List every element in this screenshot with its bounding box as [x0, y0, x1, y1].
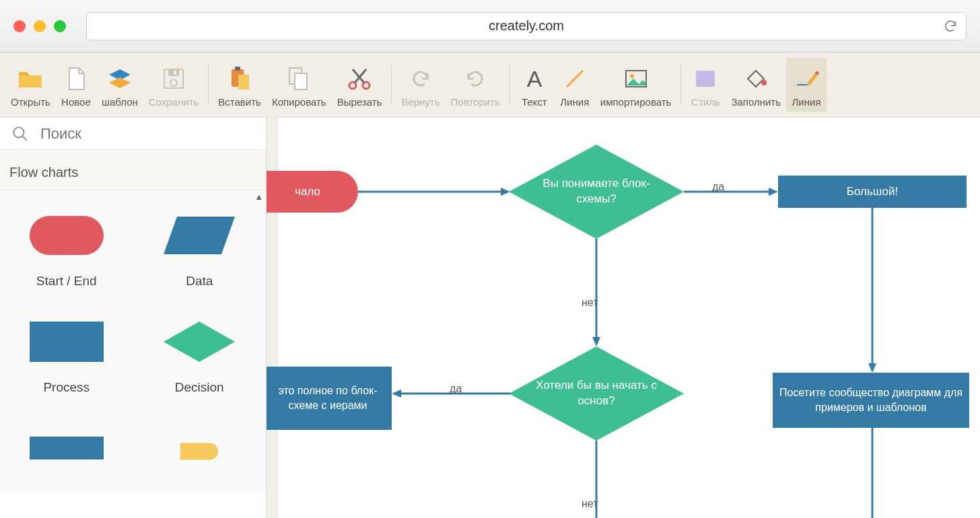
paste-button[interactable]: Вставить	[213, 58, 267, 112]
toolbar-label: Стиль	[691, 96, 720, 108]
shape-item-decision[interactable]: Decision	[133, 303, 267, 410]
open-button[interactable]: Открыть	[5, 58, 56, 112]
toolbar-label: Линия	[560, 96, 589, 108]
save-icon	[160, 65, 187, 92]
save-button[interactable]: Сохранить	[143, 58, 205, 112]
node-decision-basics[interactable]: Хотели бы вы начать с основ?	[509, 346, 684, 441]
document-icon	[63, 65, 90, 92]
toolbar-label: Сохранить	[149, 96, 199, 108]
cut-button[interactable]: Вырезать	[332, 58, 388, 112]
shape-item-data[interactable]: Data	[133, 197, 267, 303]
shape-label: Start / End	[36, 274, 97, 289]
toolbar-label: Копировать	[272, 96, 326, 108]
toolbar-label: импортировать	[600, 96, 672, 108]
undo-button[interactable]: Вернуть	[396, 58, 445, 112]
svg-marker-22	[164, 322, 235, 362]
node-visit[interactable]: Посетите сообщество диаграмм для примеро…	[773, 373, 969, 428]
toolbar-label: Вставить	[218, 96, 261, 108]
layers-icon	[106, 65, 133, 92]
svg-point-16	[630, 74, 634, 78]
edge-great-to-visit[interactable]	[868, 208, 877, 373]
toolbar-separator	[208, 65, 209, 105]
edge-label-d2-yes: да	[450, 383, 462, 395]
shape-label: Data	[186, 274, 213, 289]
edge-label-d1-no: нет	[582, 297, 598, 309]
clipboard-icon	[226, 65, 253, 92]
svg-line-12	[353, 69, 364, 83]
new-button[interactable]: Новое	[56, 58, 96, 112]
node-text: чало	[295, 184, 320, 200]
data-shape-icon	[159, 212, 240, 259]
node-text: это полное по блок-схеме с иерами	[268, 383, 388, 412]
node-text: Посетите сообщество диаграмм для примеро…	[777, 385, 965, 414]
scroll-up-icon[interactable]: ▲	[254, 192, 263, 202]
minimize-window-icon[interactable]	[34, 20, 46, 32]
text-button[interactable]: A Текст	[514, 58, 555, 112]
edge-label-d2-no: нет	[582, 498, 598, 510]
address-bar[interactable]: creately.com	[86, 12, 967, 40]
svg-text:A: A	[526, 66, 542, 91]
node-text: Большой!	[847, 184, 898, 200]
edge-d1-to-great[interactable]	[684, 188, 778, 197]
import-button[interactable]: импортировать	[595, 58, 677, 112]
bucket-icon	[742, 65, 769, 92]
toolbar-label: шаблон	[102, 96, 138, 108]
toolbar: Открыть Новое шаблон Сохранить Вставить …	[0, 52, 980, 118]
svg-marker-28	[769, 188, 778, 196]
svg-marker-35	[868, 363, 876, 373]
display-shape-icon	[159, 424, 240, 472]
address-url: creately.com	[489, 18, 564, 34]
reload-icon[interactable]	[943, 19, 958, 34]
node-decision-understand[interactable]: Вы понимаете блок-схемы?	[509, 145, 684, 239]
node-tutorial[interactable]: это полное по блок-схеме с иерами	[267, 367, 392, 430]
shape-category[interactable]: Flow charts	[0, 150, 266, 190]
shape-item-extra2[interactable]	[133, 410, 267, 486]
node-text: Хотели бы вы начать с основ?	[536, 378, 657, 409]
svg-marker-26	[501, 188, 510, 196]
toolbar-label: Вернуть	[401, 96, 440, 108]
undo-icon	[407, 65, 434, 92]
toolbar-separator	[680, 65, 681, 105]
line-tool-button[interactable]: Линия	[786, 58, 827, 112]
svg-line-20	[22, 136, 27, 141]
shape-label: Decision	[175, 380, 224, 395]
search-input[interactable]	[40, 125, 266, 143]
svg-point-3	[170, 79, 177, 86]
svg-rect-2	[174, 71, 176, 75]
fill-button[interactable]: Заполнить	[726, 58, 786, 112]
shapes-sidebar: Flow charts ▲ Start / End Data Process D…	[0, 118, 267, 518]
style-button[interactable]: Стиль	[685, 58, 726, 112]
toolbar-label: Линия	[792, 96, 821, 108]
edge-start-to-d1[interactable]	[358, 188, 510, 197]
copy-icon	[285, 65, 312, 92]
search-icon[interactable]	[0, 125, 40, 143]
decision-shape-icon	[159, 318, 240, 365]
shape-item-extra1[interactable]	[0, 410, 133, 486]
redo-button[interactable]: Повторить	[446, 58, 505, 112]
image-icon	[623, 65, 650, 92]
svg-point-10	[363, 82, 370, 89]
template-button[interactable]: шаблон	[96, 58, 143, 112]
edge-d1-to-d2[interactable]	[592, 239, 601, 346]
svg-line-11	[355, 69, 366, 83]
style-icon	[692, 65, 719, 92]
maximize-window-icon[interactable]	[54, 20, 66, 32]
shape-item-process[interactable]: Process	[0, 303, 133, 410]
toolbar-label: Текст	[522, 96, 547, 108]
startend-shape-icon	[30, 216, 104, 255]
line-button[interactable]: Линия	[555, 58, 595, 112]
text-icon: A	[521, 65, 548, 92]
edge-visit-down[interactable]	[868, 428, 877, 518]
close-window-icon[interactable]	[13, 20, 26, 32]
node-text: Вы понимаете блок-схемы?	[536, 176, 657, 207]
svg-rect-8	[295, 73, 307, 89]
node-great[interactable]: Большой!	[778, 176, 967, 208]
browser-chrome: creately.com	[0, 0, 980, 52]
shape-item-startend[interactable]: Start / End	[0, 197, 133, 303]
canvas[interactable]: чало Вы понимаете блок-схемы? Большой! Х…	[267, 118, 980, 518]
copy-button[interactable]: Копировать	[267, 58, 332, 112]
svg-rect-6	[238, 75, 249, 89]
process-shape-icon	[30, 437, 104, 459]
node-start[interactable]: чало	[267, 171, 358, 213]
search-bar	[0, 118, 266, 150]
